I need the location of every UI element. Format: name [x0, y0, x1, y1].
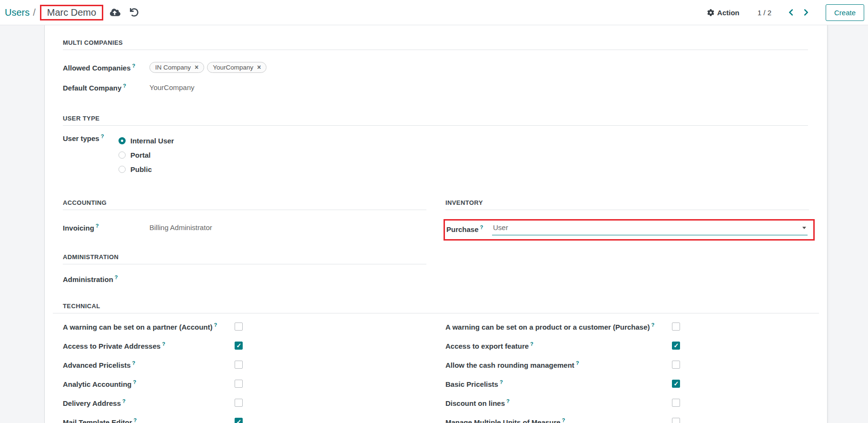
- section-technical: TECHNICAL A warning can be set on a part…: [63, 302, 808, 423]
- breadcrumb: Users / Marc Demo: [5, 5, 103, 20]
- setting-label[interactable]: Advanced Pricelists?: [63, 360, 235, 369]
- form-sheet: MULTI COMPANIES Allowed Companies? IN Co…: [44, 25, 828, 423]
- technical-row: Access to Private Addresses?: [63, 336, 426, 355]
- technical-row: Manage Multiple Units of Measure?: [445, 412, 809, 423]
- company-tag: YourCompany ×: [207, 62, 266, 73]
- setting-label[interactable]: Manage Multiple Units of Measure?: [445, 417, 672, 423]
- technical-right-column: A warning can be set on a product or a c…: [445, 317, 809, 423]
- help-icon: ?: [122, 398, 126, 404]
- right-column: INVENTORY Purchase? User: [445, 199, 809, 284]
- technical-row: Analytic Accounting?: [63, 374, 426, 393]
- checkbox[interactable]: [235, 342, 243, 350]
- remove-tag-icon[interactable]: ×: [195, 64, 198, 70]
- section-administration: ADMINISTRATION Administration?: [63, 253, 426, 284]
- section-title: MULTI COMPANIES: [63, 39, 808, 50]
- setting-label[interactable]: Allow the cash rounding management?: [445, 360, 672, 369]
- section-title: ADMINISTRATION: [63, 253, 426, 264]
- help-icon: ?: [96, 223, 99, 229]
- control-panel: Users / Marc Demo Action 1 / 2 Create: [0, 0, 868, 25]
- user-type-radio-group: Internal User Portal Public: [118, 133, 174, 176]
- purchase-select-value: User: [493, 223, 508, 232]
- cloud-upload-icon[interactable]: [110, 8, 120, 17]
- help-icon: ?: [134, 417, 137, 423]
- checkbox[interactable]: [672, 342, 680, 350]
- invoicing-value[interactable]: Billing Administrator: [149, 223, 212, 232]
- breadcrumb-users-link[interactable]: Users: [5, 7, 30, 18]
- undo-icon[interactable]: [130, 8, 138, 17]
- radio-icon[interactable]: [118, 137, 126, 144]
- checkbox[interactable]: [235, 361, 243, 369]
- purchase-select[interactable]: User: [492, 222, 808, 235]
- help-icon: ?: [101, 133, 104, 139]
- technical-row: Allow the cash rounding management?: [445, 355, 809, 374]
- gear-icon: [707, 9, 714, 16]
- technical-left-column: A warning can be set on a partner (Accou…: [63, 317, 426, 423]
- field-row-administration: Administration?: [63, 273, 426, 284]
- section-accounting: ACCOUNTING Invoicing? Billing Administra…: [63, 199, 426, 233]
- help-icon: ?: [480, 224, 483, 230]
- help-icon: ?: [214, 322, 217, 328]
- section-user-type: USER TYPE User types? Internal User Port…: [63, 115, 808, 176]
- help-icon: ?: [115, 274, 118, 280]
- remove-tag-icon[interactable]: ×: [257, 64, 261, 70]
- section-title: ACCOUNTING: [63, 199, 426, 210]
- setting-label[interactable]: A warning can be set on a product or a c…: [445, 322, 672, 331]
- checkbox[interactable]: [235, 399, 243, 407]
- checkbox[interactable]: [235, 322, 243, 331]
- radio-option-internal-user[interactable]: Internal User: [118, 133, 174, 148]
- section-inventory: INVENTORY Purchase? User: [445, 199, 809, 241]
- field-label: Invoicing?: [63, 223, 149, 232]
- checkbox[interactable]: [235, 418, 243, 423]
- help-icon: ?: [133, 379, 136, 385]
- left-column: ACCOUNTING Invoicing? Billing Administra…: [63, 199, 426, 284]
- pager-value: 1 / 2: [758, 9, 771, 17]
- setting-label[interactable]: Discount on lines?: [445, 398, 672, 407]
- checkbox[interactable]: [672, 361, 680, 369]
- field-label: User types?: [63, 133, 118, 176]
- section-title: INVENTORY: [445, 199, 809, 210]
- action-menu-button[interactable]: Action: [707, 9, 740, 17]
- section-title: TECHNICAL: [53, 302, 819, 313]
- pager-previous-button[interactable]: [786, 7, 796, 18]
- setting-label[interactable]: Delivery Address?: [63, 398, 235, 407]
- highlight-box-purchase: Purchase? User: [444, 219, 815, 241]
- checkbox[interactable]: [672, 322, 680, 331]
- radio-option-public[interactable]: Public: [118, 162, 174, 176]
- radio-option-portal[interactable]: Portal: [118, 148, 174, 162]
- action-label: Action: [717, 9, 740, 17]
- field-label: Default Company?: [63, 83, 149, 92]
- pager-next-button[interactable]: [801, 7, 811, 18]
- field-label: Administration?: [63, 274, 149, 283]
- radio-icon[interactable]: [118, 151, 126, 159]
- help-icon: ?: [651, 322, 655, 328]
- technical-row: Delivery Address?: [63, 393, 426, 412]
- checkbox[interactable]: [672, 399, 680, 407]
- checkbox[interactable]: [672, 418, 680, 423]
- tag-label: YourCompany: [213, 64, 253, 71]
- field-label: Purchase?: [446, 224, 492, 233]
- setting-label[interactable]: Basic Pricelists?: [445, 379, 672, 388]
- setting-label[interactable]: Access to export feature?: [445, 341, 672, 350]
- checkbox[interactable]: [672, 380, 680, 388]
- help-icon: ?: [162, 341, 165, 347]
- field-row-default-company: Default Company? YourCompany: [63, 81, 808, 93]
- field-label: Allowed Companies?: [63, 63, 149, 72]
- default-company-value[interactable]: YourCompany: [149, 83, 195, 91]
- create-button[interactable]: Create: [826, 4, 864, 21]
- section-multi-companies: MULTI COMPANIES Allowed Companies? IN Co…: [63, 39, 808, 93]
- help-icon: ?: [500, 379, 503, 385]
- company-tag: IN Company ×: [149, 62, 204, 73]
- setting-label[interactable]: Mail Template Editor?: [63, 417, 235, 423]
- setting-label[interactable]: Access to Private Addresses?: [63, 341, 235, 350]
- checkbox[interactable]: [235, 380, 243, 388]
- setting-label[interactable]: A warning can be set on a partner (Accou…: [63, 322, 235, 331]
- setting-label[interactable]: Analytic Accounting?: [63, 379, 235, 388]
- radio-icon[interactable]: [118, 166, 126, 173]
- help-icon: ?: [132, 63, 136, 69]
- breadcrumb-current: Marc Demo: [47, 7, 96, 18]
- technical-checklist: A warning can be set on a partner (Accou…: [63, 317, 808, 423]
- technical-row: Mail Template Editor?: [63, 412, 426, 423]
- technical-row: Discount on lines?: [445, 393, 809, 412]
- technical-row: A warning can be set on a partner (Accou…: [63, 317, 426, 336]
- help-icon: ?: [123, 83, 126, 89]
